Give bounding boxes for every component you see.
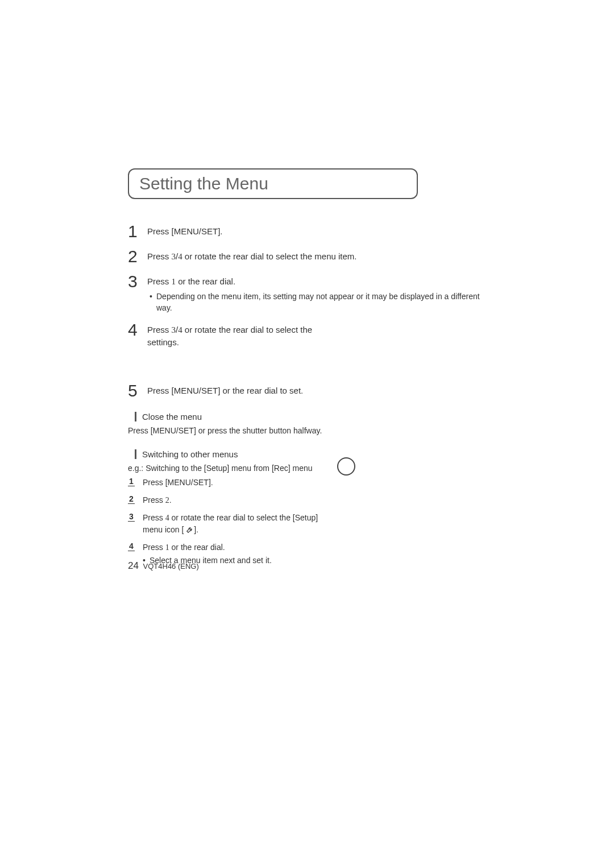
step-1: 1 Press [MENU/SET]. bbox=[128, 223, 486, 240]
content-area: Setting the Menu 1 Press [MENU/SET]. 2 P… bbox=[128, 168, 486, 572]
left-symbol: 2 bbox=[165, 496, 169, 505]
step-text: Press [MENU/SET]. bbox=[147, 225, 486, 237]
text-fragment: Press bbox=[143, 495, 165, 505]
note-text: Depending on the menu item, its setting … bbox=[156, 291, 486, 313]
num-text: 1 bbox=[128, 477, 135, 486]
step-2: 2 Press 3/4 or rotate the rear dial to s… bbox=[128, 248, 486, 265]
mini-step-1: 1 Press [MENU/SET]. bbox=[128, 477, 486, 489]
dial-icon bbox=[337, 457, 355, 476]
down-symbol: 4 bbox=[165, 514, 169, 522]
title-frame: Setting the Menu bbox=[128, 168, 418, 199]
mini-step-number: 2 bbox=[128, 494, 143, 506]
text-fragment: or the rear dial. bbox=[169, 543, 225, 552]
right-symbol: 1 bbox=[165, 543, 169, 552]
step-number: 5 bbox=[128, 382, 147, 399]
mini-step-body: Press 4 or rotate the rear dial to selec… bbox=[143, 512, 336, 536]
step-number: 3 bbox=[128, 273, 147, 313]
close-menu-heading: Close the menu bbox=[135, 412, 486, 421]
text-fragment: ]. bbox=[194, 525, 198, 534]
step-body: Press [MENU/SET] or the rear dial to set… bbox=[147, 382, 486, 399]
switching-example: e.g.: Switching to the [Setup] menu from… bbox=[128, 462, 486, 474]
step-5: 5 Press [MENU/SET] or the rear dial to s… bbox=[128, 382, 486, 399]
step-number: 4 bbox=[128, 321, 147, 348]
text-fragment: Press bbox=[147, 325, 172, 334]
step-number: 1 bbox=[128, 223, 147, 240]
step-text: Press 1 or the rear dial. bbox=[147, 275, 486, 288]
step-text: Press 3/4 or rotate the rear dial to sel… bbox=[147, 250, 486, 263]
step-text: Press [MENU/SET] or the rear dial to set… bbox=[147, 385, 486, 396]
step-note: Depending on the menu item, its setting … bbox=[147, 291, 486, 313]
step-number: 2 bbox=[128, 248, 147, 265]
num-text: 2 bbox=[128, 494, 135, 504]
mini-step-body: Press 2. bbox=[143, 494, 486, 506]
text-fragment: . bbox=[169, 495, 172, 505]
spacer bbox=[128, 356, 486, 382]
close-menu-text: Press [MENU/SET] or press the shutter bu… bbox=[128, 425, 486, 437]
bullet-icon bbox=[150, 291, 156, 313]
step-3: 3 Press 1 or the rear dial. Depending on… bbox=[128, 273, 486, 313]
step-body: Press 3/4 or rotate the rear dial to sel… bbox=[147, 248, 486, 265]
page-title: Setting the Menu bbox=[139, 174, 268, 193]
up-symbol: 3 bbox=[172, 252, 176, 261]
mini-step-3: 3 Press 4 or rotate the rear dial to sel… bbox=[128, 512, 486, 536]
step-body: Press 3/4 or rotate the rear dial to sel… bbox=[147, 321, 329, 348]
down-symbol: 4 bbox=[178, 252, 182, 261]
text-fragment: Press bbox=[143, 513, 165, 522]
footer: 24 VQT4H46 (ENG) bbox=[128, 560, 199, 572]
mini-step-number: 1 bbox=[128, 477, 143, 489]
step-text: Press 3/4 or rotate the rear dial to sel… bbox=[147, 324, 329, 348]
step-4: 4 Press 3/4 or rotate the rear dial to s… bbox=[128, 321, 486, 348]
right-symbol: 1 bbox=[172, 277, 176, 286]
text-fragment: or rotate the rear dial to select the me… bbox=[182, 251, 357, 261]
text-fragment: Press bbox=[147, 251, 172, 261]
mini-step-number: 3 bbox=[128, 512, 143, 536]
down-symbol: 4 bbox=[178, 325, 182, 334]
text-fragment: or the rear dial. bbox=[176, 276, 235, 286]
num-text: 3 bbox=[128, 512, 135, 522]
doc-code: VQT4H46 (ENG) bbox=[143, 562, 199, 571]
text-fragment: Press bbox=[147, 276, 172, 286]
num-text: 4 bbox=[128, 542, 135, 551]
step-body: Press 1 or the rear dial. Depending on t… bbox=[147, 273, 486, 313]
main-steps: 1 Press [MENU/SET]. 2 Press 3/4 or rotat… bbox=[128, 223, 486, 399]
page-number: 24 bbox=[128, 560, 139, 571]
text-fragment: Press bbox=[143, 543, 165, 552]
page: Setting the Menu 1 Press [MENU/SET]. 2 P… bbox=[0, 0, 614, 868]
switching-steps: 1 Press [MENU/SET]. 2 Press 2. 3 Press 4… bbox=[128, 477, 486, 567]
mini-step-2: 2 Press 2. bbox=[128, 494, 486, 506]
mini-step-body: Press [MENU/SET]. bbox=[143, 477, 486, 489]
step-body: Press [MENU/SET]. bbox=[147, 223, 486, 240]
wrench-icon bbox=[186, 525, 194, 533]
text-fragment: or rotate the rear dial to select the [S… bbox=[143, 513, 318, 534]
up-symbol: 3 bbox=[172, 325, 176, 334]
switching-heading: Switching to other menus bbox=[135, 449, 486, 459]
